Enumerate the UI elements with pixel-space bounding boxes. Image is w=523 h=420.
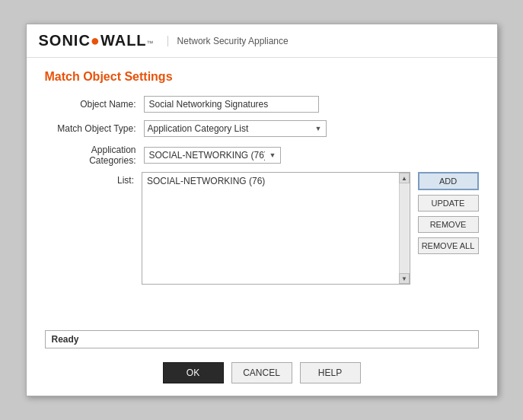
object-name-input[interactable] — [144, 96, 319, 113]
header: SONIC●WALL ™ Network Security Appliance — [27, 24, 497, 58]
dialog: SONIC●WALL ™ Network Security Appliance … — [26, 24, 498, 396]
object-name-label: Object Name: — [45, 99, 144, 110]
action-buttons: ADD UPDATE REMOVE REMOVE ALL — [418, 172, 479, 254]
status-bar: Ready — [45, 330, 479, 348]
header-subtitle: Network Security Appliance — [167, 36, 289, 46]
list-label: List: — [45, 172, 142, 186]
help-button[interactable]: HELP — [300, 362, 361, 383]
add-button[interactable]: ADD — [418, 172, 479, 190]
scroll-down-button[interactable]: ▼ — [399, 273, 410, 284]
update-button[interactable]: UPDATE — [418, 195, 479, 212]
logo-sonic: SONIC●WALL — [39, 32, 147, 49]
scroll-up-button[interactable]: ▲ — [399, 173, 410, 183]
scrollbar: ▲ ▼ — [399, 173, 410, 284]
app-categories-row: Application Categories: SOCIAL-NETWORKIN… — [45, 145, 479, 166]
app-categories-select-wrapper: SOCIAL-NETWORKING (76) — [144, 147, 281, 164]
ok-button[interactable]: OK — [163, 362, 224, 383]
match-type-select-wrapper: Application Category List — [144, 120, 327, 137]
section-title: Match Object Settings — [45, 70, 479, 84]
list-area-wrapper: SOCIAL-NETWORKING (76) ▲ ▼ — [142, 172, 410, 285]
list-section: List: SOCIAL-NETWORKING (76) ▲ ▼ ADD UPD… — [45, 172, 479, 285]
app-categories-label: Application Categories: — [45, 145, 144, 166]
match-type-label: Match Object Type: — [45, 123, 144, 134]
scroll-track — [400, 183, 409, 273]
list-item[interactable]: SOCIAL-NETWORKING (76) — [142, 173, 410, 189]
remove-button[interactable]: REMOVE — [418, 216, 479, 233]
logo-trademark: ™ — [147, 40, 154, 47]
object-name-row: Object Name: — [45, 96, 479, 113]
footer: OK CANCEL HELP — [27, 355, 497, 396]
cancel-button[interactable]: CANCEL — [231, 362, 292, 383]
app-categories-select[interactable]: SOCIAL-NETWORKING (76) — [144, 147, 281, 164]
match-type-select[interactable]: Application Category List — [144, 120, 327, 137]
match-type-row: Match Object Type: Application Category … — [45, 120, 479, 137]
content: Match Object Settings Object Name: Match… — [27, 58, 497, 321]
remove-all-button[interactable]: REMOVE ALL — [418, 237, 479, 254]
